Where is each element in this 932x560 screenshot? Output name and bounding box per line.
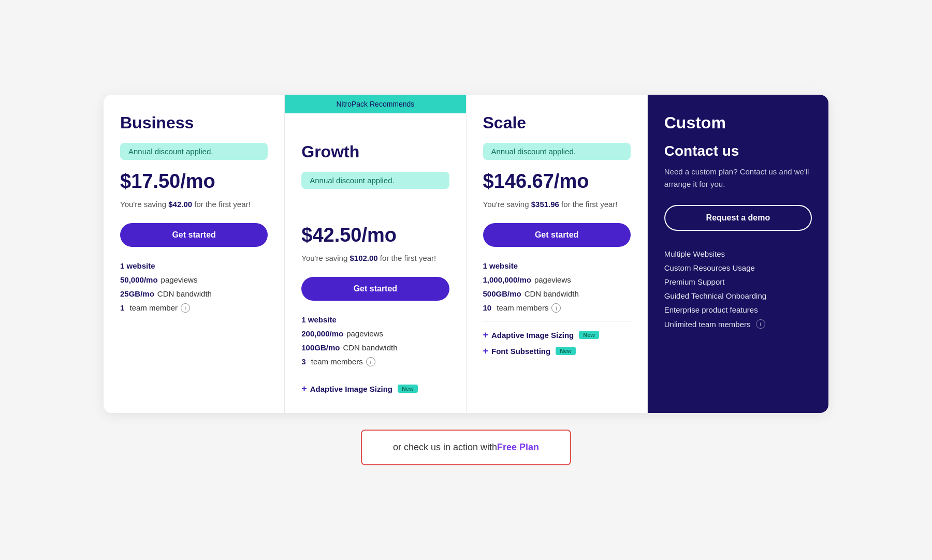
custom-plan-card: Custom Contact us Need a custom plan? Co… [648,95,828,413]
list-item: Custom Resources Usage [664,263,812,272]
pricing-cards: Business Annual discount applied. $17.50… [104,95,828,413]
custom-plan-description: Need a custom plan? Contact us and we'll… [664,166,812,190]
scale-savings-amount: $351.96 [531,200,559,209]
plus-icon: + [301,384,307,394]
info-icon[interactable]: i [756,319,765,329]
list-item: 25GB/mo CDN bandwidth [120,289,268,298]
growth-features-list: 1 website 200,000/mo pageviews 100GB/mo … [301,315,449,366]
custom-plan-name: Custom [664,113,812,132]
info-icon[interactable]: i [551,303,561,313]
list-item: + Adaptive Image Sizing New [483,330,631,341]
business-get-started-button[interactable]: Get started [120,223,268,247]
business-plan-card: Business Annual discount applied. $17.50… [104,95,285,413]
list-item: Multiple Websites [664,249,812,258]
list-item: 500GB/mo CDN bandwidth [483,289,631,298]
list-item: + Adaptive Image Sizing New [301,384,449,394]
growth-plan-name: Growth [301,142,449,161]
business-plan-price: $17.50/mo [120,170,268,193]
business-features-list: 1 website 50,000/mo pageviews 25GB/mo CD… [120,261,268,313]
scale-features-list: 1 website 1,000,000/mo pageviews 500GB/m… [483,261,631,313]
recommended-badge: NitroPack Recommends [285,95,465,113]
list-item: 200,000/mo pageviews [301,329,449,338]
business-plan-name: Business [120,113,268,132]
new-badge: New [398,385,418,393]
growth-plan-card: NitroPack Recommends Growth Annual disco… [285,95,466,413]
new-badge: New [579,331,599,339]
request-demo-button[interactable]: Request a demo [664,205,812,231]
scale-extras-list: + Adaptive Image Sizing New + Font Subse… [483,330,631,357]
plus-icon: + [483,330,489,341]
custom-plan-subtitle: Contact us [664,143,812,159]
list-item: 1 team member i [120,303,268,313]
scale-savings-text: You're saving $351.96 for the first year… [483,199,631,211]
scale-plan-name: Scale [483,113,631,132]
pricing-wrapper: Business Annual discount applied. $17.50… [104,95,828,465]
divider [483,321,631,321]
list-item: 1 website [483,261,631,270]
list-item: 10 team members i [483,303,631,313]
info-icon[interactable]: i [181,303,190,313]
divider [301,375,449,375]
list-item: 100GB/mo CDN bandwidth [301,343,449,352]
scale-get-started-button[interactable]: Get started [483,223,631,247]
list-item: Guided Technical Onboarding [664,291,812,300]
list-item: 1,000,000/mo pageviews [483,275,631,284]
growth-discount-badge: Annual discount applied. [301,172,449,189]
business-savings-amount: $42.00 [168,200,192,209]
list-item: 50,000/mo pageviews [120,275,268,284]
custom-features-list: Multiple Websites Custom Resources Usage… [664,249,812,329]
list-item: Unlimited team members i [664,319,812,329]
list-item: Enterprise product features [664,305,812,314]
info-icon[interactable]: i [366,357,375,366]
business-discount-badge: Annual discount applied. [120,143,268,160]
growth-savings-text: You're saving $102.00 for the first year… [301,253,449,264]
list-item: 1 website [120,261,268,270]
list-item: 3 team members i [301,357,449,366]
new-badge: New [556,347,576,355]
growth-extras-list: + Adaptive Image Sizing New [301,384,449,394]
plus-icon: + [483,346,489,357]
free-plan-cta: or check us in action with Free Plan [361,430,571,465]
growth-plan-price: $42.50/mo [301,224,449,246]
scale-discount-badge: Annual discount applied. [483,143,631,160]
list-item: 1 website [301,315,449,324]
business-savings-text: You're saving $42.00 for the first year! [120,199,268,211]
growth-savings-amount: $102.00 [350,254,377,262]
free-plan-prefix: or check us in action with [393,442,497,453]
list-item: + Font Subsetting New [483,346,631,357]
growth-get-started-button[interactable]: Get started [301,277,449,301]
free-plan-link[interactable]: Free Plan [497,442,539,453]
scale-plan-card: Scale Annual discount applied. $146.67/m… [467,95,648,413]
list-item: Premium Support [664,277,812,286]
scale-plan-price: $146.67/mo [483,170,631,193]
